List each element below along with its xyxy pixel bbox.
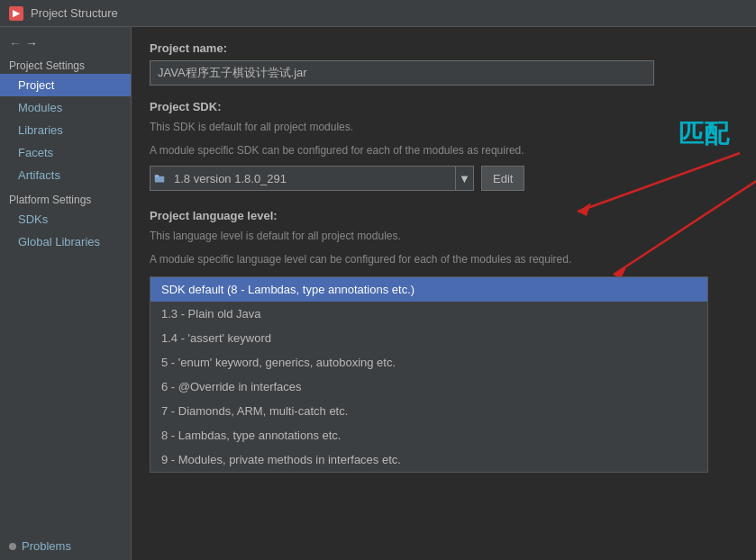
platform-settings-label: Platform Settings <box>0 186 131 208</box>
problems-bar[interactable]: Problems <box>0 532 132 560</box>
lang-dropdown-container: SDK default (8 - Lambdas, type annotatio… <box>150 276 738 303</box>
title-bar: ▶ Project Structure <box>0 0 756 27</box>
sdk-value: 1.8 version 1.8.0_291 <box>169 172 455 185</box>
svg-rect-0 <box>155 176 165 183</box>
svg-rect-1 <box>155 175 159 176</box>
app-icon: ▶ <box>9 6 23 21</box>
main-layout: ← → Project Settings Project Modules Lib… <box>0 27 756 560</box>
sdk-edit-button[interactable]: Edit <box>481 166 524 191</box>
dropdown-list-item[interactable]: 1.4 - 'assert' keyword <box>150 326 707 350</box>
nav-arrows: ← → <box>0 31 131 56</box>
lang-section: Project language level: This language le… <box>150 209 738 303</box>
sidebar-item-facets[interactable]: Facets <box>0 141 131 164</box>
dropdown-list-item[interactable]: 5 - 'enum' keyword, generics, autoboxing… <box>150 350 707 375</box>
dropdown-list-item[interactable]: 1.3 - Plain old Java <box>150 302 707 326</box>
sidebar-item-modules[interactable]: Modules <box>0 96 131 119</box>
sdk-description-1: This SDK is default for all project modu… <box>150 119 738 135</box>
sdk-dropdown[interactable]: 1.8 version 1.8.0_291 ▼ <box>150 166 474 191</box>
lang-level-label: Project language level: <box>150 209 738 222</box>
sidebar-item-libraries[interactable]: Libraries <box>0 119 131 141</box>
dropdown-list-item[interactable]: 9 - Modules, private methods in interfac… <box>150 447 707 472</box>
forward-arrow[interactable]: → <box>25 36 38 50</box>
sdk-row: 1.8 version 1.8.0_291 ▼ Edit <box>150 166 738 191</box>
window-title: Project Structure <box>31 6 118 20</box>
sdk-description-2: A module specific SDK can be configured … <box>150 142 738 158</box>
project-name-label: Project name: <box>150 41 738 55</box>
dropdown-list-item[interactable]: 7 - Diamonds, ARM, multi-catch etc. <box>150 399 707 423</box>
project-settings-label: Project Settings <box>0 56 131 74</box>
sidebar-item-project[interactable]: Project <box>0 74 131 96</box>
sidebar: ← → Project Settings Project Modules Lib… <box>0 27 132 560</box>
lang-description-2: A module specific language level can be … <box>150 251 738 267</box>
problems-label: Problems <box>22 539 71 553</box>
lang-description-1: This language level is default for all p… <box>150 228 738 244</box>
dropdown-list-item[interactable]: 8 - Lambdas, type annotations etc. <box>150 423 707 447</box>
sidebar-item-global-libraries[interactable]: Global Libraries <box>0 230 131 253</box>
sidebar-item-artifacts[interactable]: Artifacts <box>0 164 131 186</box>
sdk-label: Project SDK: <box>150 100 738 113</box>
project-name-input[interactable] <box>150 60 654 86</box>
chinese-watermark: 匹配 <box>679 117 729 151</box>
lang-dropdown-list: SDK default (8 - Lambdas, type annotatio… <box>150 276 708 473</box>
dropdown-list-item[interactable]: SDK default (8 - Lambdas, type annotatio… <box>150 277 707 302</box>
content-area: Project name: Project SDK: This SDK is d… <box>132 27 756 560</box>
sdk-chevron-down-icon: ▼ <box>455 167 473 190</box>
sdk-section: Project SDK: This SDK is default for all… <box>150 100 738 191</box>
problems-dot <box>9 543 16 550</box>
sdk-folder-icon <box>150 167 169 190</box>
sidebar-item-sdks[interactable]: SDKs <box>0 208 131 230</box>
dropdown-list-item[interactable]: 6 - @Override in interfaces <box>150 375 707 399</box>
back-arrow[interactable]: ← <box>9 36 22 50</box>
